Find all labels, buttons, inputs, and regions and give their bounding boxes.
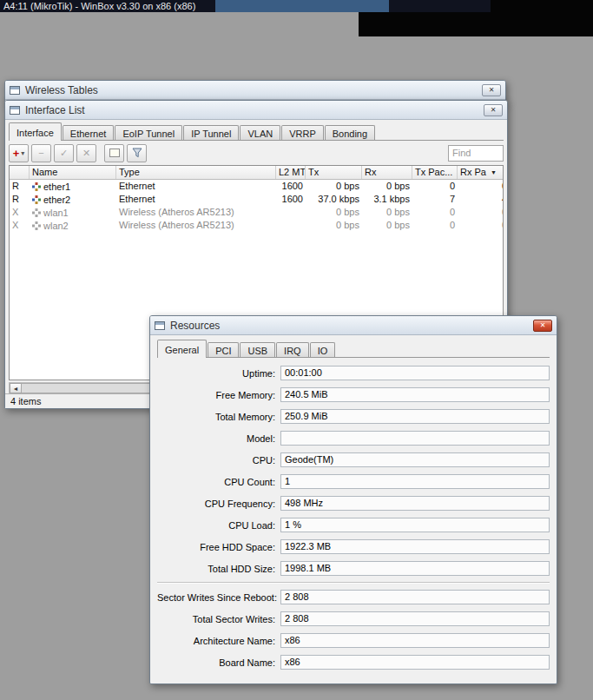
column-rx-packet[interactable]: Rx Pa ▼ — [458, 166, 504, 179]
scroll-left-button[interactable]: ◄ — [10, 383, 22, 393]
row-name: wlan2 — [30, 219, 116, 232]
field-cpu-load: CPU Load: 1 % — [157, 518, 550, 532]
field-value: 1 % — [280, 518, 550, 532]
tab-usb[interactable]: USB — [240, 342, 275, 357]
field-label: Free Memory: — [157, 390, 280, 400]
ethernet-port-icon — [32, 182, 41, 191]
comment-icon — [109, 149, 120, 157]
row-tx-packet: 0 — [412, 206, 458, 219]
table-row[interactable]: X wlan2 Wireless (Atheros AR5213) 0 bps … — [10, 219, 504, 232]
window-resources: Resources ✕ General PCI USB IRQ IO Uptim… — [149, 315, 557, 684]
resources-titlebar[interactable]: Resources ✕ — [150, 316, 557, 335]
column-flags[interactable] — [10, 166, 30, 179]
tab-eoip-tunnel[interactable]: EoIP Tunnel — [115, 125, 182, 140]
row-rx: 0 bps — [362, 206, 412, 219]
disable-button[interactable]: ✕ — [76, 144, 96, 162]
field-uptime: Uptime: 00:01:00 — [157, 366, 550, 380]
row-rx-packet: 4 — [458, 193, 504, 206]
field-label: Board Name: — [157, 657, 280, 668]
row-type: Wireless (Atheros AR5213) — [116, 219, 276, 232]
enable-button[interactable]: ✓ — [54, 144, 74, 162]
background-black-area — [491, 0, 593, 12]
wireless-port-icon — [32, 221, 41, 230]
field-free-memory: Free Memory: 240.5 MiB — [157, 387, 550, 402]
cross-icon: ✕ — [82, 148, 90, 159]
field-value: 1 — [280, 474, 550, 489]
background-black-strip — [359, 12, 593, 36]
field-value: 1998.1 MB — [280, 561, 550, 576]
field-label: Total Memory: — [157, 412, 280, 422]
tab-ethernet[interactable]: Ethernet — [63, 125, 115, 140]
column-type[interactable]: Type — [116, 166, 276, 179]
check-icon: ✓ — [60, 148, 68, 159]
row-name: wlan1 — [30, 206, 116, 219]
tab-interface[interactable]: Interface — [9, 122, 62, 141]
window-title: Interface List — [25, 104, 85, 116]
tab-vlan[interactable]: VLAN — [240, 125, 280, 140]
tab-irq[interactable]: IRQ — [276, 342, 309, 357]
add-button[interactable]: + ▾ — [9, 144, 29, 162]
wireless-tables-titlebar[interactable]: Wireless Tables ✕ — [5, 81, 505, 100]
table-row[interactable]: R ether1 Ethernet 1600 0 bps 0 bps 0 0 — [10, 180, 504, 193]
interface-name: ether1 — [43, 182, 70, 192]
row-flag: X — [10, 206, 30, 219]
column-tx-packet[interactable]: Tx Pac... — [412, 166, 458, 179]
window-icon — [155, 321, 165, 330]
interface-list-titlebar[interactable]: Interface List ✕ — [5, 101, 507, 120]
row-tx-packet: 0 — [412, 219, 458, 232]
row-rx: 3.1 kbps — [362, 193, 412, 206]
row-rx-packet: 0 — [458, 180, 504, 193]
screen: A4:11 (MikroTik) - WinBox v3.30 on x86 (… — [0, 0, 593, 700]
column-tx[interactable]: Tx — [306, 166, 362, 179]
minus-icon: − — [38, 148, 43, 158]
tab-bonding[interactable]: Bonding — [325, 125, 375, 140]
interface-name: wlan1 — [43, 208, 69, 218]
find-input[interactable] — [448, 145, 504, 162]
row-l2mtu: 1600 — [276, 180, 306, 193]
column-l2mtu[interactable]: L2 MTU — [276, 166, 306, 179]
table-row[interactable]: R ether2 Ethernet 1600 37.0 kbps 3.1 kbp… — [10, 193, 504, 206]
item-count: 4 items — [10, 396, 41, 406]
close-button[interactable]: ✕ — [482, 84, 501, 96]
field-total-memory: Total Memory: 250.9 MiB — [157, 409, 550, 424]
filter-funnel-icon — [132, 148, 142, 158]
tab-ip-tunnel[interactable]: IP Tunnel — [183, 125, 239, 140]
remove-button[interactable]: − — [31, 144, 51, 162]
filter-button[interactable] — [127, 144, 147, 162]
field-label: Sector Writes Since Reboot: — [157, 592, 280, 603]
field-value: 2 808 — [280, 590, 550, 604]
plus-icon: + — [13, 149, 20, 158]
comment-button[interactable] — [104, 144, 124, 162]
tab-general[interactable]: General — [157, 340, 207, 358]
column-name[interactable]: Name — [30, 166, 116, 179]
tab-pci[interactable]: PCI — [208, 342, 239, 357]
field-value: 250.9 MiB — [280, 409, 550, 424]
close-button[interactable]: ✕ — [484, 104, 503, 116]
ethernet-port-icon — [32, 195, 41, 204]
toolbar: + ▾ − ✓ ✕ — [9, 142, 504, 163]
table-row[interactable]: X wlan1 Wireless (Atheros AR5213) 0 bps … — [10, 206, 504, 219]
row-l2mtu: 1600 — [276, 193, 306, 206]
field-cpu: CPU: Geode(TM) — [157, 452, 550, 467]
chevron-down-icon: ▾ — [21, 149, 24, 157]
row-rx-packet: 0 — [458, 219, 504, 232]
resources-tabs: General PCI USB IRQ IO — [157, 340, 550, 358]
tab-io[interactable]: IO — [310, 342, 336, 357]
background-window-fragment — [215, 0, 389, 12]
column-rx[interactable]: Rx — [362, 166, 412, 179]
field-cpu-count: CPU Count: 1 — [157, 474, 550, 489]
field-label: CPU Frequency: — [157, 499, 280, 509]
field-label: Total HDD Size: — [157, 564, 280, 574]
separator — [157, 582, 550, 584]
row-flag: R — [10, 180, 30, 193]
tab-vrrp[interactable]: VRRP — [281, 125, 324, 140]
row-flag: R — [10, 193, 30, 206]
window-title: Wireless Tables — [25, 84, 98, 96]
row-rx: 0 bps — [362, 219, 412, 232]
window-title: Resources — [170, 320, 220, 332]
row-tx: 0 bps — [306, 219, 362, 232]
field-cpu-frequency: CPU Frequency: 498 MHz — [157, 496, 550, 511]
close-button[interactable]: ✕ — [533, 320, 552, 332]
field-label: Model: — [157, 433, 280, 444]
field-label: Total Sector Writes: — [157, 614, 280, 624]
